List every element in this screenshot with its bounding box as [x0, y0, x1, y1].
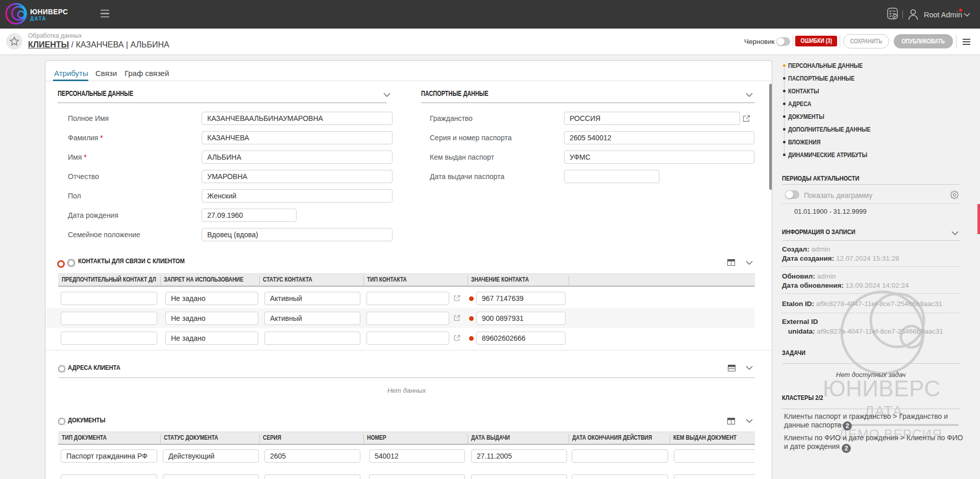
- svg-text:ЮНИВЕРС: ЮНИВЕРС: [823, 376, 941, 401]
